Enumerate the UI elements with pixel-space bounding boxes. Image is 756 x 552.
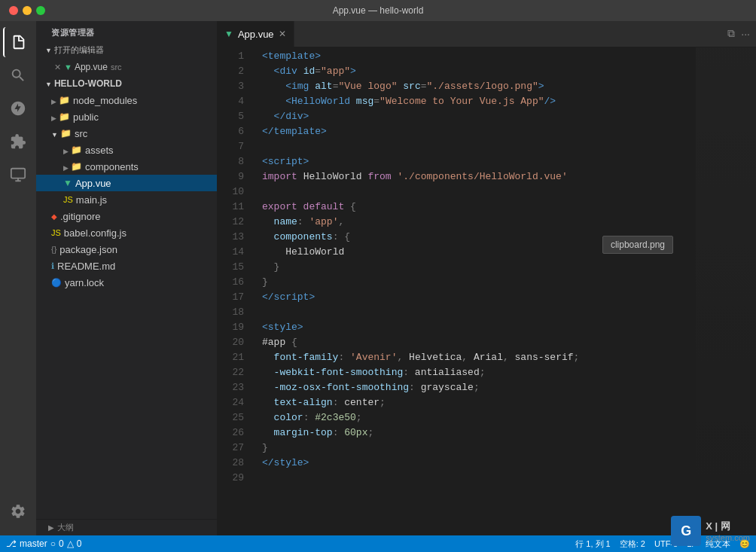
tree-item-babel-config[interactable]: JS babel.config.js: [36, 224, 217, 241]
editor-toolbar: ⧉ ···: [721, 21, 756, 47]
activity-bar: [0, 21, 36, 535]
outline-label: 大纲: [57, 522, 74, 533]
git-branch[interactable]: ⎇ master ○ 0 △ 0: [6, 538, 81, 549]
activity-remote-icon[interactable]: [3, 160, 33, 190]
open-editors-label[interactable]: 打开的编辑器: [36, 41, 217, 59]
tree-item-gitignore[interactable]: ◆ .gitignore: [36, 208, 217, 224]
cursor-position[interactable]: 行 1, 列 1: [575, 538, 610, 550]
tree-item-public[interactable]: 📁 public: [36, 108, 217, 125]
maximize-button[interactable]: [36, 6, 45, 15]
circle-icon: ○: [50, 538, 56, 549]
tree-item-readme[interactable]: ℹ README.md: [36, 258, 217, 274]
outline-panel[interactable]: ▶ 大纲: [36, 519, 217, 535]
code-editor[interactable]: <template> <div id="app"> <img alt="Vue …: [250, 47, 696, 535]
clipboard-tooltip: clipboard.png: [602, 236, 673, 254]
watermark: G X | 网 system.com: [671, 516, 750, 546]
tree-item-components[interactable]: 📁 components: [36, 158, 217, 175]
sidebar-title: 资源管理器: [36, 21, 217, 41]
open-editor-app-vue[interactable]: ✕ ▼ App.vue src: [36, 59, 217, 75]
watermark-logo: G: [671, 516, 701, 546]
main-container: 资源管理器 打开的编辑器 ✕ ▼ App.vue src HELLO-WORLD…: [0, 21, 756, 535]
split-editor-icon[interactable]: ⧉: [727, 27, 735, 40]
activity-bar-bottom: [3, 496, 33, 535]
tab-app-vue[interactable]: ▼ App.vue ✕: [217, 21, 294, 47]
branch-name: master: [20, 538, 47, 549]
warning-icon: △: [67, 538, 74, 549]
activity-files-icon[interactable]: [3, 27, 33, 57]
tab-close-icon[interactable]: ✕: [279, 29, 286, 39]
status-left: ⎇ master ○ 0 △ 0: [6, 538, 81, 549]
activity-extensions-icon[interactable]: [3, 127, 33, 157]
tree-item-main-js[interactable]: JS main.js: [36, 191, 217, 208]
tree-item-node-modules[interactable]: 📁 node_modules: [36, 92, 217, 108]
file-tree: 📁 node_modules 📁 public 📁 src 📁 assets: [36, 92, 217, 519]
activity-settings-icon[interactable]: [3, 496, 33, 526]
tab-bar: ▼ App.vue ✕ ⧉ ···: [217, 21, 756, 47]
tree-item-package-json[interactable]: {} package.json: [36, 241, 217, 258]
traffic-lights: [9, 6, 45, 15]
minimap: [696, 47, 756, 535]
sidebar: 资源管理器 打开的编辑器 ✕ ▼ App.vue src HELLO-WORLD…: [36, 21, 217, 535]
vue-icon: ▼: [224, 29, 233, 39]
minimize-button[interactable]: [23, 6, 32, 15]
tree-item-assets[interactable]: 📁 assets: [36, 142, 217, 158]
project-label[interactable]: HELLO-WORLD: [36, 75, 217, 92]
tree-item-src[interactable]: 📁 src: [36, 125, 217, 142]
svg-rect-0: [11, 169, 25, 178]
activity-search-icon[interactable]: [3, 60, 33, 90]
tree-item-yarn-lock[interactable]: 🔵 yarn.lock: [36, 274, 217, 291]
window-title: App.vue — hello-world: [333, 5, 424, 16]
title-bar: App.vue — hello-world: [0, 0, 756, 21]
watermark-text: X | 网 system.com: [706, 520, 750, 542]
status-bar: ⎇ master ○ 0 △ 0 行 1, 列 1 空格: 2 UTF-8 LF…: [0, 535, 756, 552]
git-branch-icon: ⎇: [6, 538, 17, 549]
error-count: 0: [59, 538, 64, 549]
line-numbers: 12345 678910 1112131415 1617181920 21222…: [217, 47, 250, 535]
editor-area: ▼ App.vue ✕ ⧉ ··· 12345 678910 111213141…: [217, 21, 756, 535]
warning-count: 0: [77, 538, 82, 549]
editor-content[interactable]: 12345 678910 1112131415 1617181920 21222…: [217, 47, 756, 535]
more-actions-icon[interactable]: ···: [741, 28, 750, 40]
activity-git-icon[interactable]: [3, 93, 33, 124]
tab-label: App.vue: [238, 29, 274, 40]
tree-item-app-vue[interactable]: ▼ App.vue: [36, 175, 217, 191]
indent-size[interactable]: 空格: 2: [620, 538, 645, 550]
close-button[interactable]: [9, 6, 18, 15]
